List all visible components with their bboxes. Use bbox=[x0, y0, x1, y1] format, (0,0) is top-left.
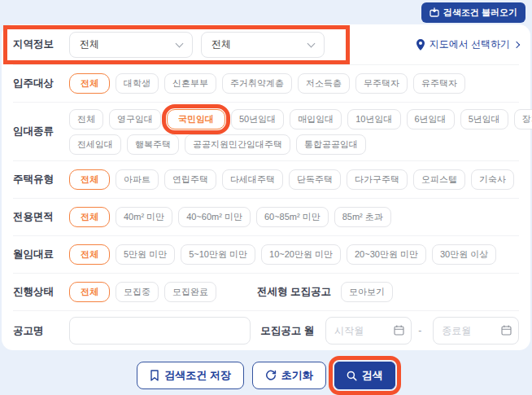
map-link-label: 지도에서 선택하기 bbox=[430, 37, 510, 51]
search-filter-panel: 지역정보 전체 전체 지도에서 선택하기 입주대상 전체대학생신혼부부주거취약계… bbox=[2, 24, 530, 350]
top-bar: 검색조건 불러오기 bbox=[0, 0, 532, 24]
filter-chip[interactable]: 5~10만원 미만 bbox=[181, 244, 255, 265]
end-month-field[interactable] bbox=[433, 317, 519, 345]
calendar-icon bbox=[501, 325, 512, 336]
filter-chip[interactable]: 단독주택 bbox=[289, 169, 341, 190]
filter-chip[interactable]: 6년임대 bbox=[407, 109, 455, 129]
date-range-separator: - bbox=[418, 325, 421, 336]
house-type-chips: 전체아파트연립주택다세대주택단독주택다가구주택오피스텔기숙사 bbox=[69, 169, 514, 190]
filter-chip[interactable]: 30만원 이상 bbox=[432, 244, 496, 265]
filter-chip[interactable]: 무주택자 bbox=[355, 73, 408, 94]
filter-chip[interactable]: 전세임대 bbox=[69, 134, 121, 155]
filter-chip[interactable]: 오피스텔 bbox=[413, 169, 465, 190]
filter-chip[interactable]: 전체 bbox=[69, 73, 110, 94]
filter-chip[interactable]: 대학생 bbox=[116, 73, 159, 94]
jeonse-notice-chips: 모아보기 bbox=[341, 282, 393, 302]
filter-chip[interactable]: 전체 bbox=[69, 282, 110, 302]
filter-chip[interactable]: 10년임대 bbox=[347, 109, 400, 129]
notice-month-label: 모집공고 월 bbox=[260, 324, 314, 338]
filter-chip[interactable]: 기숙사 bbox=[471, 169, 514, 190]
chevron-down-icon bbox=[176, 39, 184, 47]
filter-chip[interactable]: 모집중 bbox=[116, 282, 159, 302]
monthly-rent-label: 월임대료 bbox=[13, 248, 69, 261]
save-button-label: 검색조건 저장 bbox=[164, 368, 231, 383]
load-search-conditions-button[interactable]: 검색조건 불러오기 bbox=[421, 2, 525, 23]
filter-chip[interactable]: 국민임대 bbox=[167, 109, 225, 129]
notice-name-label: 공고명 bbox=[13, 324, 69, 338]
house-type-label: 주택유형 bbox=[13, 173, 69, 187]
calendar-icon bbox=[394, 325, 404, 336]
lease-type-chips-row2: 전세임대행복주택공공지원민간임대주택통합공공임대 bbox=[69, 134, 366, 155]
filter-chip[interactable]: 전체 bbox=[69, 169, 110, 190]
lease-type-chips-row1: 전체영구임대국민임대50년임대매입임대10년임대6년임대5년임대장기전세 bbox=[69, 109, 532, 129]
residents-label: 입주대상 bbox=[13, 77, 69, 90]
map-select-link[interactable]: 지도에서 선택하기 bbox=[416, 37, 519, 51]
region-province-value: 전체 bbox=[80, 37, 99, 51]
filter-chip[interactable]: 다세대주택 bbox=[222, 169, 283, 190]
chevron-right-icon bbox=[513, 41, 520, 47]
footer-actions: 검색조건 저장 초기화 검색 bbox=[0, 350, 532, 389]
filter-row-area: 전용면적 전체40m² 미만40~60m² 미만60~85m² 미만85m² 초… bbox=[13, 199, 519, 236]
load-button-label: 검색조건 불러오기 bbox=[443, 7, 517, 19]
filter-row-house-type: 주택유형 전체아파트연립주택다세대주택단독주택다가구주택오피스텔기숙사 bbox=[13, 161, 519, 199]
filter-chip[interactable]: 통합공공임대 bbox=[296, 134, 366, 155]
filter-chip[interactable]: 영구임대 bbox=[109, 109, 161, 129]
filter-chip[interactable]: 매입임대 bbox=[290, 109, 342, 129]
filter-chip[interactable]: 연립주택 bbox=[164, 169, 216, 190]
filter-row-lease-type: 임대종류 전체영구임대국민임대50년임대매입임대10년임대6년임대5년임대장기전… bbox=[13, 103, 519, 161]
start-month-field[interactable] bbox=[325, 317, 412, 345]
search-button[interactable]: 검색 bbox=[334, 362, 395, 389]
refresh-icon bbox=[265, 370, 277, 381]
load-icon bbox=[430, 7, 439, 17]
region-district-select[interactable]: 전체 bbox=[201, 32, 325, 58]
monthly-rent-chips: 전체5만원 미만5~10만원 미만10~20만원 미만20~30만원 미만30만… bbox=[69, 244, 496, 265]
filter-chip[interactable]: 전체 bbox=[69, 109, 103, 129]
filter-row-residents: 입주대상 전체대학생신혼부부주거취약계층저소득층무주택자유주택자 bbox=[13, 65, 519, 103]
bookmark-icon bbox=[150, 370, 159, 381]
filter-chip[interactable]: 유주택자 bbox=[413, 73, 465, 94]
filter-chip[interactable]: 행복주택 bbox=[127, 134, 179, 155]
filter-chip[interactable]: 5년임대 bbox=[460, 109, 508, 129]
lease-type-label: 임대종류 bbox=[13, 125, 69, 138]
area-chips: 전체40m² 미만40~60m² 미만60~85m² 미만85m² 초과 bbox=[69, 207, 391, 227]
filter-chip[interactable]: 전체 bbox=[69, 244, 110, 265]
filter-chip[interactable]: 장기전세 bbox=[514, 109, 532, 129]
status-label: 진행상태 bbox=[13, 285, 69, 299]
reset-button[interactable]: 초기화 bbox=[252, 362, 326, 389]
filter-chip[interactable]: 공공지원민간임대주택 bbox=[185, 134, 290, 155]
chevron-down-icon bbox=[307, 39, 316, 47]
filter-chip[interactable]: 모아보기 bbox=[341, 282, 393, 302]
jeonse-notice-label: 전세형 모집공고 bbox=[257, 285, 331, 299]
status-chips: 전체모집중모집완료 bbox=[69, 282, 216, 302]
residents-chips: 전체대학생신혼부부주거취약계층저소득층무주택자유주택자 bbox=[69, 73, 465, 94]
filter-chip[interactable]: 신혼부부 bbox=[164, 73, 216, 94]
filter-chip[interactable]: 주거취약계층 bbox=[222, 73, 292, 94]
filter-chip[interactable]: 40m² 미만 bbox=[116, 207, 172, 227]
notice-name-input[interactable] bbox=[69, 317, 251, 345]
reset-button-label: 초기화 bbox=[281, 368, 313, 383]
filter-row-notice-name: 공고명 모집공고 월 - bbox=[13, 311, 519, 350]
search-icon bbox=[347, 371, 357, 381]
search-button-label: 검색 bbox=[362, 368, 383, 383]
save-search-conditions-button[interactable]: 검색조건 저장 bbox=[137, 362, 244, 389]
filter-chip[interactable]: 50년임대 bbox=[231, 109, 284, 129]
filter-chip[interactable]: 60~85m² 미만 bbox=[256, 207, 329, 227]
filter-row-monthly-rent: 월임대료 전체5만원 미만5~10만원 미만10~20만원 미만20~30만원 … bbox=[13, 236, 519, 274]
filter-chip[interactable]: 아파트 bbox=[116, 169, 159, 190]
filter-row-status: 진행상태 전체모집중모집완료 전세형 모집공고 모아보기 bbox=[13, 274, 519, 311]
map-pin-icon bbox=[416, 39, 425, 50]
filter-chip[interactable]: 모집완료 bbox=[164, 282, 216, 302]
region-label: 지역정보 bbox=[13, 37, 69, 51]
filter-chip[interactable]: 저소득층 bbox=[298, 73, 350, 94]
filter-chip[interactable]: 5만원 미만 bbox=[116, 244, 175, 265]
filter-chip[interactable]: 85m² 초과 bbox=[334, 207, 391, 227]
filter-chip[interactable]: 다가구주택 bbox=[347, 169, 408, 190]
area-label: 전용면적 bbox=[13, 210, 69, 224]
region-district-value: 전체 bbox=[211, 37, 231, 51]
filter-chip[interactable]: 20~30만원 미만 bbox=[347, 244, 426, 265]
filter-chip[interactable]: 전체 bbox=[69, 207, 110, 227]
region-row: 지역정보 전체 전체 지도에서 선택하기 bbox=[13, 24, 519, 65]
filter-chip[interactable]: 10~20만원 미만 bbox=[261, 244, 341, 265]
region-province-select[interactable]: 전체 bbox=[69, 32, 193, 58]
filter-chip[interactable]: 40~60m² 미만 bbox=[178, 207, 251, 227]
